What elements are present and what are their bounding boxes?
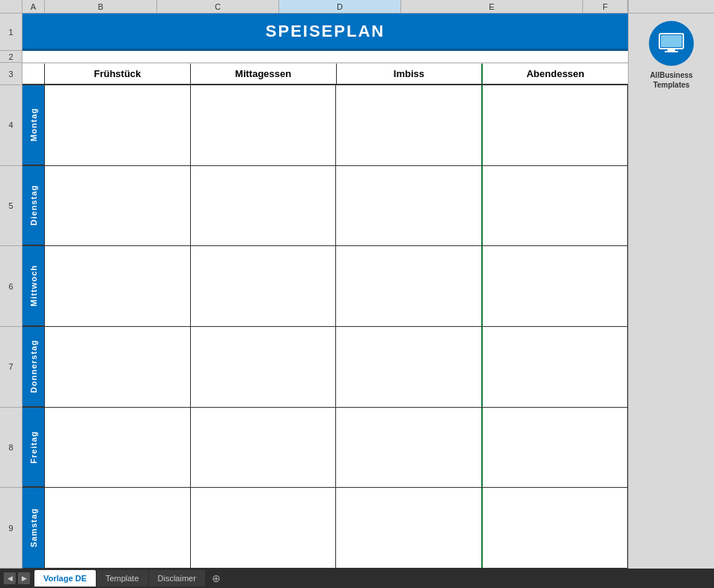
cell-samstag-fruehstueck[interactable]	[45, 488, 191, 568]
logo-circle	[649, 21, 694, 66]
cell-donnerstag-fruehstueck[interactable]	[45, 327, 191, 407]
meal-header-fruehstueck: Frühstück	[45, 64, 191, 84]
sidebar-header	[628, 0, 714, 13]
day-row-montag: Montag	[22, 85, 628, 166]
row-num-5: 5	[0, 166, 22, 247]
logo-text: AllBusinessTemplates	[650, 70, 692, 90]
meal-header-mittagessen: Mittagessen	[191, 64, 337, 84]
day-label-mittwoch: Mittwoch	[22, 246, 45, 326]
header-day-spacer	[22, 64, 45, 84]
tab-scroll-arrows: ◀ ▶	[4, 572, 30, 584]
row-num-9: 9	[0, 488, 22, 569]
col-header-corner	[0, 0, 22, 13]
col-header-f: F	[583, 0, 628, 13]
cell-dienstag-abendessen[interactable]	[483, 166, 629, 246]
day-label-text-donnerstag: Donnerstag	[29, 340, 38, 393]
meal-header-imbiss: Imbiss	[337, 64, 483, 84]
cell-samstag-imbiss[interactable]	[336, 488, 483, 568]
cell-dienstag-fruehstueck[interactable]	[45, 166, 191, 246]
tab-disclaimer[interactable]: Disclaimer	[149, 570, 205, 587]
day-label-text-dienstag: Dienstag	[29, 185, 38, 225]
cell-mittwoch-imbiss[interactable]	[336, 246, 483, 326]
day-row-dienstag: Dienstag	[22, 166, 628, 247]
row-num-3: 3	[0, 63, 22, 85]
day-label-text-freitag: Freitag	[29, 431, 38, 464]
col-header-d: D	[279, 0, 401, 13]
cell-donnerstag-imbiss[interactable]	[336, 327, 483, 407]
day-label-donnerstag: Donnerstag	[22, 327, 45, 407]
row-num-7: 7	[0, 327, 22, 408]
day-label-text-montag: Montag	[29, 108, 38, 141]
scroll-right-arrow[interactable]: ▶	[18, 572, 30, 584]
day-label-samstag: Samstag	[22, 488, 45, 568]
cell-dienstag-mittagessen[interactable]	[191, 166, 337, 246]
day-row-mittwoch: Mittwoch	[22, 246, 628, 327]
cell-samstag-abendessen[interactable]	[483, 488, 629, 568]
row-num-8: 8	[0, 408, 22, 489]
row-numbers: 1 2 3 4 5 6 7 8 9	[0, 13, 22, 569]
cell-freitag-imbiss[interactable]	[336, 408, 483, 488]
day-label-dienstag: Dienstag	[22, 166, 45, 246]
day-label-text-samstag: Samstag	[29, 508, 38, 548]
monitor-icon	[658, 32, 685, 55]
cell-mittwoch-mittagessen[interactable]	[191, 246, 337, 326]
spreadsheet-title: SPEISEPLAN	[266, 22, 385, 41]
day-label-freitag: Freitag	[22, 408, 45, 488]
col-header-b: B	[45, 0, 157, 13]
tab-vorlage-de[interactable]: Vorlage DE	[34, 570, 96, 587]
row-num-6: 6	[0, 246, 22, 327]
cell-mittwoch-fruehstueck[interactable]	[45, 246, 191, 326]
tab-template[interactable]: Template	[97, 570, 148, 587]
sidebar: AllBusinessTemplates	[628, 13, 714, 569]
row-num-2: 2	[0, 51, 22, 63]
col-header-c: C	[157, 0, 279, 13]
meal-header-abendessen: Abendessen	[483, 64, 628, 84]
cell-montag-fruehstueck[interactable]	[45, 85, 191, 165]
bottom-bar: ◀ ▶ Vorlage DE Template Disclaimer ⊕	[0, 569, 714, 588]
day-row-freitag: Freitag	[22, 408, 628, 489]
row-num-4: 4	[0, 85, 22, 166]
title-row: SPEISEPLAN	[22, 13, 628, 51]
meal-headers-row: Frühstück Mittagessen Imbiss Abendessen	[22, 63, 628, 85]
svg-rect-2	[665, 51, 678, 52]
app-container: A B C D E F 1 2 3 4 5 6 7 8 9	[0, 0, 714, 588]
tab-add-button[interactable]: ⊕	[206, 570, 227, 587]
cell-dienstag-imbiss[interactable]	[336, 166, 483, 246]
cell-freitag-abendessen[interactable]	[483, 408, 629, 488]
cell-freitag-fruehstueck[interactable]	[45, 408, 191, 488]
day-row-donnerstag: Donnerstag	[22, 327, 628, 408]
day-row-samstag: Samstag	[22, 488, 628, 569]
cell-mittwoch-abendessen[interactable]	[483, 246, 629, 326]
svg-rect-1	[668, 49, 675, 51]
col-header-a: A	[22, 0, 45, 13]
cell-donnerstag-mittagessen[interactable]	[191, 327, 337, 407]
cell-montag-mittagessen[interactable]	[191, 85, 337, 165]
row-num-1: 1	[0, 13, 22, 51]
blank-row-2	[22, 51, 628, 63]
scroll-left-arrow[interactable]: ◀	[4, 572, 16, 584]
cell-donnerstag-abendessen[interactable]	[483, 327, 629, 407]
day-label-text-mittwoch: Mittwoch	[29, 265, 38, 307]
col-header-e: E	[401, 0, 583, 13]
cell-samstag-mittagessen[interactable]	[191, 488, 337, 568]
day-label-montag: Montag	[22, 85, 45, 165]
cell-montag-imbiss[interactable]	[336, 85, 483, 165]
cell-freitag-mittagessen[interactable]	[191, 408, 337, 488]
svg-rect-3	[661, 35, 682, 47]
cell-montag-abendessen[interactable]	[483, 85, 629, 165]
